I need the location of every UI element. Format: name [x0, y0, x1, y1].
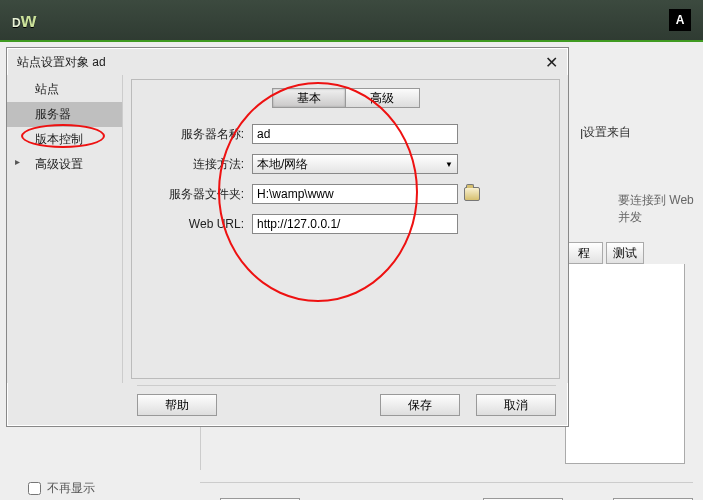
no-show-label: 不再显示: [47, 480, 95, 497]
dialog-cancel-button[interactable]: 取消: [476, 394, 556, 416]
tab-basic[interactable]: 基本: [272, 88, 346, 108]
site-setup-dialog: 站点设置对象 ad ✕ 站点 服务器 版本控制 高级设置 基本 高级 服务器名称…: [6, 47, 569, 427]
app-logo: Dw: [12, 10, 36, 30]
sidebar-item-server[interactable]: 服务器: [7, 102, 122, 127]
column-header-remote[interactable]: 程: [565, 242, 603, 264]
bg-text-connect-web: 要连接到 Web 并发: [618, 192, 703, 226]
label-server-folder: 服务器文件夹:: [132, 186, 252, 203]
column-header-test[interactable]: 测试: [606, 242, 644, 264]
no-show-checkbox-row[interactable]: 不再显示: [28, 480, 95, 497]
adobe-icon: A: [669, 9, 691, 31]
chevron-down-icon: ▼: [445, 160, 453, 169]
close-icon[interactable]: ✕: [545, 55, 558, 71]
label-web-url: Web URL:: [132, 217, 252, 231]
input-server-name[interactable]: [252, 124, 458, 144]
no-show-checkbox[interactable]: [28, 482, 41, 495]
label-server-name: 服务器名称:: [132, 126, 252, 143]
dialog-save-button[interactable]: 保存: [380, 394, 460, 416]
app-header: Dw A: [0, 0, 703, 40]
dialog-sidebar: 站点 服务器 版本控制 高级设置: [7, 75, 123, 383]
sidebar-item-version[interactable]: 版本控制: [7, 127, 122, 152]
input-server-folder[interactable]: [252, 184, 458, 204]
sidebar-item-advanced[interactable]: 高级设置: [7, 152, 122, 177]
sidebar-item-site[interactable]: 站点: [7, 77, 122, 102]
dialog-help-button[interactable]: 帮助: [137, 394, 217, 416]
input-web-url[interactable]: [252, 214, 458, 234]
dialog-titlebar: 站点设置对象 ad ✕: [7, 48, 568, 75]
bg-text-settings-from: ן设置来自: [580, 124, 631, 141]
server-list-area: [565, 264, 685, 464]
dialog-form-area: 基本 高级 服务器名称: 连接方法: 本地/网络 ▼: [123, 75, 568, 383]
inner-panel: 基本 高级 服务器名称: 连接方法: 本地/网络 ▼: [131, 79, 560, 379]
folder-browse-icon[interactable]: [464, 187, 480, 201]
select-connection-value: 本地/网络: [257, 156, 308, 173]
label-connection: 连接方法:: [132, 156, 252, 173]
dialog-title: 站点设置对象 ad: [17, 54, 106, 71]
tab-advanced[interactable]: 高级: [346, 88, 420, 108]
select-connection[interactable]: 本地/网络 ▼: [252, 154, 458, 174]
